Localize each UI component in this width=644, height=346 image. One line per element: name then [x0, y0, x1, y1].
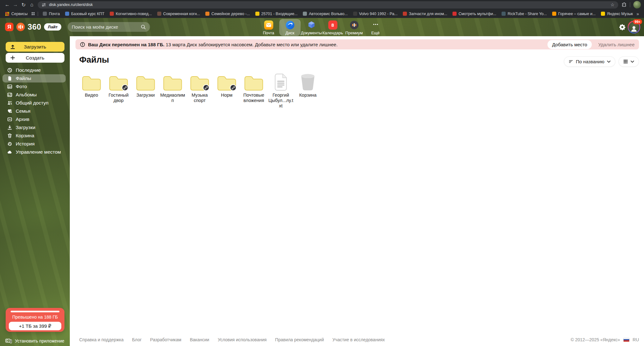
- home-icon[interactable]: ⌂: [28, 1, 36, 9]
- files-grid: Видео Гостиный двор Загрузки Медиаолимп: [78, 71, 321, 109]
- file-tile-document[interactable]: Георгий Цыбул...лу.txt: [267, 71, 294, 109]
- footer-right: © 2012—2025 «Яндекс» RU: [571, 337, 639, 342]
- header-app-docs-app[interactable]: Документы: [301, 19, 322, 36]
- sidebar-item[interactable]: Последние: [3, 66, 66, 74]
- search-box[interactable]: [68, 22, 150, 32]
- view-mode-button[interactable]: [619, 56, 639, 67]
- header-app-label: Документы: [301, 31, 322, 35]
- footer-link[interactable]: Вакансии: [190, 337, 209, 342]
- address-bar[interactable]: disk.yandex.ru/client/disk ☆: [38, 1, 618, 9]
- search-input[interactable]: [72, 24, 138, 30]
- grid-view-icon: [623, 59, 628, 64]
- sidebar-item[interactable]: Архив: [3, 115, 66, 123]
- sidebar-item[interactable]: Загрузки: [3, 123, 66, 132]
- footer-link[interactable]: Блог: [132, 337, 142, 342]
- bookmark-item[interactable]: Яндекс Музыка —...: [599, 11, 633, 17]
- browser-profile-avatar[interactable]: [633, 1, 641, 9]
- bookmark-star-icon[interactable]: ☆: [610, 2, 614, 7]
- file-tile-trash[interactable]: Корзина: [294, 71, 321, 98]
- header-app-calendar-app[interactable]: 8 Календарь: [322, 19, 343, 36]
- back-icon[interactable]: ←: [3, 1, 11, 9]
- bookmark-item[interactable]: Семейное дерево -...: [203, 11, 252, 17]
- sidebar-item[interactable]: Управление местом: [3, 148, 66, 156]
- file-tile-folder[interactable]: Почтовые вложения: [240, 71, 267, 103]
- extensions-icon[interactable]: [621, 2, 627, 8]
- docs-app-icon: [307, 20, 316, 30]
- services-button[interactable]: Сервисы: [3, 11, 30, 17]
- bookmark-item[interactable]: 25701 - Входящие...: [253, 11, 300, 17]
- sidebar-item[interactable]: Семья: [3, 107, 66, 115]
- main-content: Ваш Диск переполнен на 188 ГБ. 13 марта …: [70, 36, 644, 346]
- file-tile-folder[interactable]: Видео: [78, 71, 105, 98]
- bookmark-label: Современная когн...: [163, 12, 200, 16]
- header-app-premium-app[interactable]: Премиум: [343, 19, 365, 36]
- storage-promo-card[interactable]: Превышено на 188 ГБ +1 ТБ за 399 ₽: [6, 308, 64, 332]
- shared-link-badge: [122, 84, 128, 91]
- bookmark-favicon: [552, 12, 556, 16]
- sidebar-item[interactable]: Фото: [3, 82, 66, 91]
- bookmark-label: 25701 - Входящие...: [261, 12, 298, 16]
- file-tile-folder[interactable]: Музыка спорт: [186, 71, 213, 103]
- bookmark-favicon: [255, 12, 259, 16]
- sidebar-item[interactable]: История: [3, 140, 66, 148]
- add-space-button[interactable]: Добавить место: [547, 40, 592, 49]
- clock-icon: [7, 68, 12, 73]
- sort-button[interactable]: По названию: [564, 56, 615, 67]
- footer-link[interactable]: Справка и поддержка: [79, 337, 124, 342]
- bookmark-item[interactable]: Базовый курс КПТ: [63, 11, 106, 17]
- create-button[interactable]: Создать: [6, 53, 64, 63]
- storage-progress-bar: [11, 311, 59, 312]
- site-info-icon[interactable]: [42, 3, 46, 7]
- delete-extra-link[interactable]: Удалить лишнее: [598, 42, 635, 47]
- bookmark-item[interactable]: Volvo 940 1992 - Ра...: [351, 11, 400, 17]
- file-tile-folder[interactable]: Норм: [213, 71, 240, 98]
- install-app-link[interactable]: Установить приложение: [0, 338, 70, 343]
- file-tile-folder[interactable]: Гостиный двор: [105, 71, 132, 103]
- bookmark-item[interactable]: Автосервис Вольво...: [301, 11, 349, 17]
- file-tile-folder[interactable]: Загрузки: [132, 71, 159, 98]
- premium-app-icon: [350, 20, 359, 30]
- sidebar: Загрузить Создать Последние Файлы Фото А…: [0, 36, 70, 346]
- bookmark-item[interactable]: Почта: [41, 11, 62, 17]
- sidebar-item[interactable]: Файлы: [3, 74, 66, 82]
- header-app-disk-app[interactable]: Диск: [279, 19, 301, 36]
- folder-icon: [217, 71, 237, 91]
- forward-icon[interactable]: →: [11, 1, 19, 9]
- bookmark-item[interactable]: Запчасти для ином...: [401, 11, 449, 17]
- file-name: Медиаолимп: [159, 93, 186, 103]
- folder-icon: [81, 71, 102, 91]
- sort-label: По названию: [576, 59, 604, 64]
- bookmark-item[interactable]: RickTube - Share Yo...: [500, 11, 549, 17]
- buy-storage-button[interactable]: +1 ТБ за 399 ₽: [9, 322, 61, 330]
- upload-button[interactable]: Загрузить: [6, 42, 64, 52]
- header-app-mail-app[interactable]: Почта: [258, 19, 279, 36]
- family-icon: [7, 109, 12, 114]
- footer-link[interactable]: Правила рекомендаций: [275, 337, 324, 342]
- header-app-more-app[interactable]: Ещё: [365, 19, 386, 36]
- footer-link[interactable]: Участие в исследованиях: [332, 337, 385, 342]
- chrome-right-controls: [621, 1, 641, 9]
- bookmarks-overflow-icon[interactable]: »: [635, 11, 641, 16]
- bookmark-favicon: [43, 12, 47, 16]
- sidebar-item[interactable]: Альбомы: [3, 91, 66, 99]
- bookmark-item[interactable]: Когнитивно-повед...: [108, 11, 154, 17]
- link-icon: [231, 86, 235, 90]
- language-label[interactable]: RU: [633, 337, 639, 342]
- bookmark-label: Volvo 940 1992 - Ра...: [359, 12, 398, 16]
- bookmark-label: Яндекс Музыка —...: [607, 12, 633, 16]
- footer-link[interactable]: Условия использования: [218, 337, 266, 342]
- file-tile-folder[interactable]: Медиаолимп: [159, 71, 186, 103]
- gear-icon[interactable]: [619, 24, 626, 31]
- sidebar-item[interactable]: Общий доступ: [3, 99, 66, 107]
- sidebar-item[interactable]: Корзина: [3, 132, 66, 140]
- footer-link[interactable]: Разработчикам: [150, 337, 181, 342]
- bookmark-item[interactable]: Современная когн...: [155, 11, 202, 17]
- yandex-360-logo[interactable]: Я 360 Лайт: [5, 22, 61, 31]
- yandex-disk-app: Я 360 Лайт Почта Диск Документы 8 Календ…: [0, 18, 644, 346]
- bookmark-item[interactable]: Смотреть мультфи...: [451, 11, 498, 17]
- apps-grid-icon[interactable]: [31, 11, 35, 16]
- sidebar-item-label: Последние: [16, 67, 41, 73]
- user-avatar[interactable]: 99+: [628, 21, 640, 33]
- bookmark-item[interactable]: Горячее – самые и...: [550, 11, 597, 17]
- reload-icon[interactable]: ↻: [19, 1, 28, 9]
